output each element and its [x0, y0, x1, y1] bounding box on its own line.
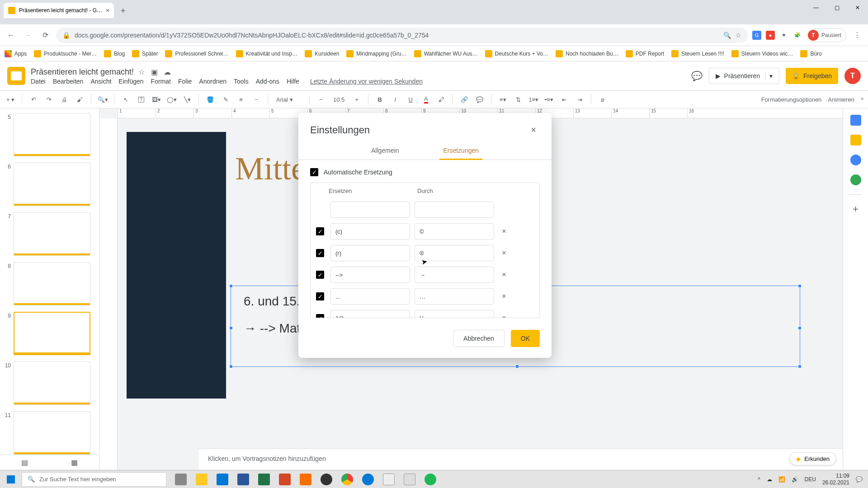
- bookmark-item[interactable]: Kreativität und Insp…: [236, 50, 298, 57]
- spotify-icon[interactable]: [420, 470, 440, 488]
- delete-row-button[interactable]: ×: [499, 249, 509, 257]
- underline-button[interactable]: U: [405, 94, 416, 105]
- slide-thumbnails-panel[interactable]: 567891011: [0, 108, 99, 470]
- border-dash-button[interactable]: ┄: [250, 94, 262, 105]
- last-edit-link[interactable]: Letzte Änderung vor wenigen Sekunden: [310, 78, 423, 85]
- menu-bearbeiten[interactable]: Bearbeiten: [53, 78, 84, 85]
- cancel-button[interactable]: Abbrechen: [453, 330, 505, 347]
- edge-legacy-icon[interactable]: [212, 470, 232, 488]
- bookmark-item[interactable]: Steuern Lesen !!!!: [671, 50, 724, 57]
- bookmark-item[interactable]: Später: [132, 50, 158, 57]
- menu-folie[interactable]: Folie: [178, 78, 192, 85]
- with-input[interactable]: [415, 245, 494, 261]
- slide-thumbnail[interactable]: [14, 361, 90, 405]
- bookmark-item[interactable]: Produktsuche - Mer…: [34, 50, 97, 57]
- new-slide-button[interactable]: + ▾: [5, 94, 16, 105]
- row-checkbox[interactable]: ✓: [316, 271, 324, 279]
- window-maximize-button[interactable]: ▢: [826, 0, 847, 15]
- menu-hilfe[interactable]: Hilfe: [287, 78, 299, 85]
- comment-button[interactable]: 💬: [474, 94, 486, 105]
- textbox-tool[interactable]: 🅃: [135, 94, 147, 105]
- language-indicator[interactable]: DEU: [805, 476, 816, 483]
- fill-color-button[interactable]: 🪣: [204, 94, 216, 105]
- font-family-select[interactable]: Arial ▾: [274, 96, 310, 103]
- paint-format-button[interactable]: 🖌: [74, 94, 85, 105]
- bookmark-item[interactable]: Noch hochladen Bu…: [556, 50, 618, 57]
- replace-input[interactable]: [330, 245, 410, 261]
- chevron-down-icon[interactable]: ▾: [765, 72, 773, 80]
- maps-icon[interactable]: [850, 174, 861, 185]
- bookmark-item[interactable]: Blog: [104, 50, 125, 57]
- shape-tool[interactable]: ◯▾: [166, 94, 178, 105]
- menu-ansicht[interactable]: Ansicht: [90, 78, 111, 85]
- excel-icon[interactable]: [254, 470, 274, 488]
- text-color-button[interactable]: A: [420, 94, 432, 105]
- with-input[interactable]: [415, 310, 494, 318]
- toolbar-collapse-icon[interactable]: ^: [861, 96, 863, 103]
- dialog-close-button[interactable]: ×: [527, 123, 540, 137]
- menu-add-ons[interactable]: Add-ons: [256, 78, 279, 85]
- profile-chip[interactable]: T Pausiert: [807, 28, 846, 42]
- filmstrip-view-icon[interactable]: ▤: [21, 458, 28, 467]
- bold-button[interactable]: B: [374, 94, 386, 105]
- app-icon[interactable]: [296, 470, 316, 488]
- notifications-icon[interactable]: 💬: [856, 476, 863, 483]
- slide-thumbnail[interactable]: [14, 312, 90, 355]
- tasks-icon[interactable]: [850, 155, 861, 165]
- slide-title-text[interactable]: Mitte: [235, 150, 306, 188]
- bookmark-item[interactable]: Wahlfächer WU Aus…: [414, 50, 478, 57]
- with-input[interactable]: [415, 267, 494, 283]
- indent-inc-button[interactable]: ⇥: [574, 94, 585, 105]
- bookmark-item[interactable]: Mindmapping (Gru…: [346, 50, 406, 57]
- present-button[interactable]: ▶ Präsentieren ▾: [709, 68, 779, 84]
- italic-button[interactable]: I: [389, 94, 401, 105]
- with-input[interactable]: [415, 202, 494, 218]
- edge-icon[interactable]: [358, 470, 378, 488]
- slides-logo[interactable]: [7, 67, 25, 85]
- bookmark-item[interactable]: Professionell Schrei…: [165, 50, 228, 57]
- clear-format-button[interactable]: ⌀: [597, 94, 609, 105]
- wifi-icon[interactable]: 📶: [778, 476, 785, 483]
- print-button[interactable]: 🖨: [58, 94, 70, 105]
- delete-row-button[interactable]: ×: [499, 292, 509, 300]
- new-tab-button[interactable]: +: [117, 5, 129, 17]
- format-options-button[interactable]: Formatierungsoptionen: [761, 96, 822, 103]
- star-icon[interactable]: ☆: [138, 68, 146, 76]
- chrome-menu-icon[interactable]: ⋮: [851, 29, 863, 42]
- grid-view-icon[interactable]: ▦: [71, 458, 78, 467]
- menu-tools[interactable]: Tools: [234, 78, 249, 85]
- bookmark-item[interactable]: Steuern Videos wic…: [731, 50, 793, 57]
- highlight-button[interactable]: 🖍: [435, 94, 447, 105]
- with-input[interactable]: [415, 223, 494, 239]
- menu-datei[interactable]: Datei: [31, 78, 46, 85]
- ok-button[interactable]: OK: [511, 330, 540, 347]
- replace-input[interactable]: [330, 202, 410, 218]
- move-icon[interactable]: ▣: [151, 68, 159, 76]
- replace-input[interactable]: [330, 310, 410, 318]
- line-tool[interactable]: ╲▾: [181, 94, 193, 105]
- row-checkbox[interactable]: ✓: [316, 292, 324, 300]
- word-icon[interactable]: [233, 470, 253, 488]
- powerpoint-icon[interactable]: [275, 470, 295, 488]
- bulleted-list-button[interactable]: •≡▾: [543, 94, 555, 105]
- clock[interactable]: 11:09 26.02.2021: [822, 473, 849, 486]
- tab-substitutions[interactable]: Ersetzungen: [441, 142, 481, 160]
- reload-button[interactable]: ⟳: [39, 29, 52, 42]
- image-tool[interactable]: 🖼▾: [151, 94, 162, 105]
- cloud-icon[interactable]: ☁: [164, 68, 172, 76]
- slide-thumbnail[interactable]: [14, 163, 90, 206]
- start-button[interactable]: [0, 470, 22, 488]
- select-tool[interactable]: ↖: [120, 94, 132, 105]
- app-icon[interactable]: [400, 470, 420, 488]
- extensions-menu-icon[interactable]: 🧩: [793, 31, 802, 40]
- link-button[interactable]: 🔗: [458, 94, 470, 105]
- tab-close-icon[interactable]: ×: [106, 7, 109, 14]
- tab-general[interactable]: Allgemein: [369, 142, 401, 160]
- address-bar[interactable]: 🔒 docs.google.com/presentation/d/1yV372S…: [56, 28, 748, 43]
- extension-icon[interactable]: G: [752, 31, 761, 40]
- replace-input[interactable]: [330, 288, 410, 305]
- row-checkbox[interactable]: ✓: [316, 227, 324, 235]
- document-title[interactable]: Präsentieren leicht gemacht!: [31, 67, 134, 77]
- indent-dec-button[interactable]: ⇤: [558, 94, 570, 105]
- task-view-icon[interactable]: [171, 470, 191, 488]
